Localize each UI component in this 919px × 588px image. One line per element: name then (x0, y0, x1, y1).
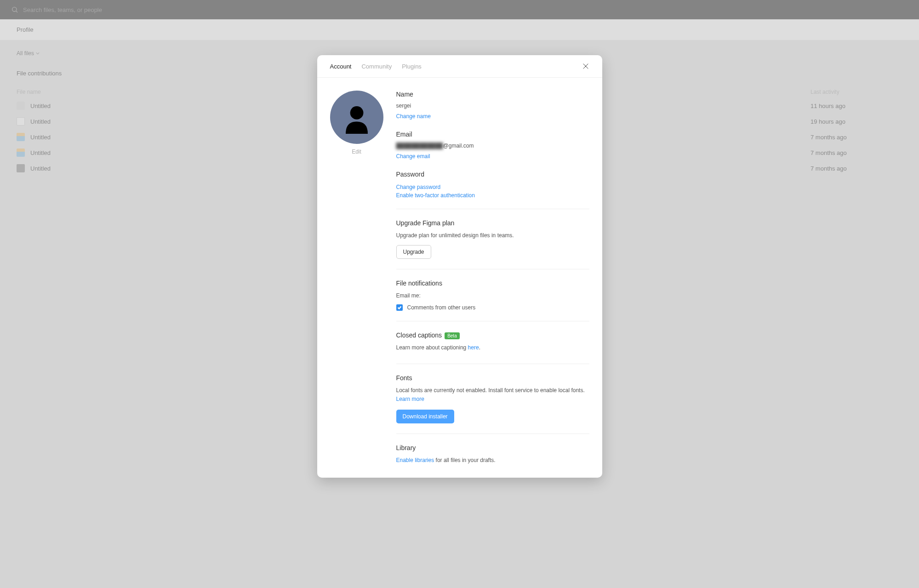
change-password-link[interactable]: Change password (396, 184, 441, 190)
settings-modal: Account Community Plugins Edit Name serg… (317, 55, 602, 478)
close-icon[interactable] (582, 63, 589, 70)
tab-community[interactable]: Community (361, 63, 392, 70)
name-value: sergei (396, 103, 589, 109)
upgrade-button[interactable]: Upgrade (396, 245, 431, 259)
comments-checkbox[interactable] (396, 304, 403, 311)
avatar-edit-link[interactable]: Edit (352, 148, 361, 155)
avatar[interactable] (330, 91, 383, 144)
change-name-link[interactable]: Change name (396, 113, 431, 120)
fonts-heading: Fonts (396, 374, 589, 382)
check-icon (397, 305, 402, 310)
captions-text: Learn more about captioning here. (396, 343, 589, 354)
library-heading: Library (396, 444, 589, 451)
modal-overlay: Account Community Plugins Edit Name serg… (0, 0, 919, 588)
captions-here-link[interactable]: here (468, 343, 479, 352)
comments-checkbox-label: Comments from other users (407, 304, 476, 311)
download-installer-button[interactable]: Download installer (396, 410, 454, 423)
captions-heading: Closed captionsBeta (396, 331, 589, 339)
notifications-heading: File notifications (396, 280, 589, 287)
name-label: Name (396, 91, 589, 98)
fonts-learn-more-link[interactable]: Learn more (396, 396, 424, 402)
email-value: ████████████@gmail.com (396, 143, 589, 149)
notifications-text: Email me: (396, 291, 589, 300)
upgrade-heading: Upgrade Figma plan (396, 219, 589, 227)
library-text: Enable libraries for all files in your d… (396, 456, 589, 466)
tab-account[interactable]: Account (330, 63, 352, 70)
person-icon (338, 99, 375, 136)
fonts-text: Local fonts are currently not enabled. I… (396, 386, 589, 394)
svg-point-4 (350, 106, 363, 120)
tab-plugins[interactable]: Plugins (402, 63, 422, 70)
beta-badge: Beta (445, 332, 460, 339)
password-label: Password (396, 171, 589, 178)
enable-2fa-link[interactable]: Enable two-factor authentication (396, 192, 589, 199)
upgrade-text: Upgrade plan for unlimited design files … (396, 231, 589, 240)
email-label: Email (396, 131, 589, 138)
change-email-link[interactable]: Change email (396, 153, 430, 160)
modal-header: Account Community Plugins (317, 55, 602, 78)
enable-libraries-link[interactable]: Enable libraries (396, 456, 434, 464)
